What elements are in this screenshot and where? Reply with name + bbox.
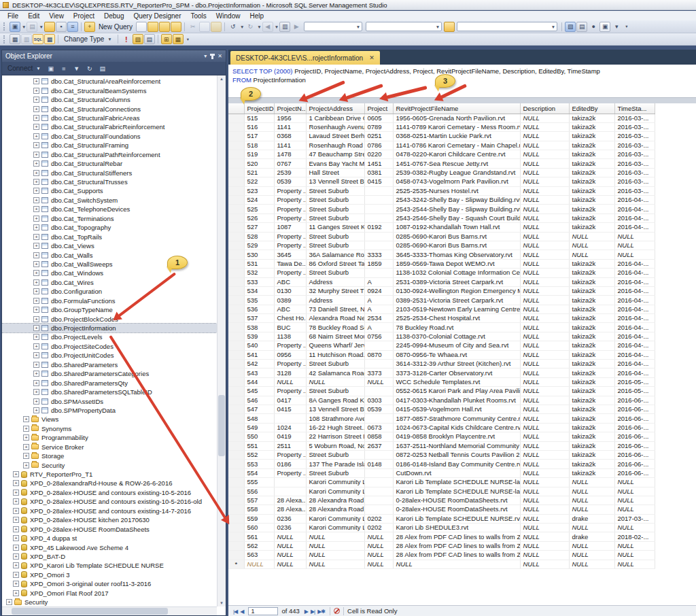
grid-cell[interactable]: 3333 xyxy=(364,250,393,259)
grid-cell[interactable]: NULL xyxy=(569,487,614,496)
row-selector[interactable] xyxy=(228,141,244,150)
row-selector[interactable] xyxy=(228,314,244,323)
grid-cell[interactable]: 2016-06-... xyxy=(614,396,655,405)
tree-item-dbo-cat-walls[interactable]: +dbo.Cat_Walls xyxy=(2,250,217,259)
grid-cell[interactable]: NULL xyxy=(520,432,569,441)
grid-cell[interactable]: 1138-0370-Colonial Cottage.rvt xyxy=(393,332,520,341)
grid-cell[interactable]: Street Suburb xyxy=(306,196,364,205)
expand-icon[interactable]: + xyxy=(13,471,19,477)
row-selector[interactable] xyxy=(228,250,244,259)
tree-item-dbo-cat-wires[interactable]: +dbo.Cat_Wires xyxy=(2,278,217,287)
grid-cell[interactable]: 1859 xyxy=(364,259,393,268)
grid-cell[interactable]: 2016-04-... xyxy=(614,196,655,205)
expand-icon[interactable]: + xyxy=(33,170,39,176)
column-header-projectid[interactable]: ProjectID xyxy=(244,103,274,114)
tree-item-dbo-cat-views[interactable]: +dbo.Cat_Views xyxy=(2,241,217,250)
row-selector[interactable] xyxy=(228,177,244,186)
grid-cell[interactable]: Street Suburb xyxy=(306,387,364,396)
grid-cell[interactable]: NULL xyxy=(520,441,569,450)
grid-cell[interactable]: 515 xyxy=(244,114,274,122)
grid-cell[interactable]: takiza2k xyxy=(569,150,614,159)
tree-item-dbo-formulafunctions[interactable]: +dbo.FormulaFunctions xyxy=(2,296,217,305)
grid-cell[interactable]: NULL xyxy=(364,541,393,550)
breakpoints-icon[interactable]: ● xyxy=(588,22,599,32)
save-icon[interactable]: ▪ xyxy=(56,22,67,32)
grid-cell[interactable]: takiza2k xyxy=(569,350,614,359)
grid-cell[interactable]: NULL xyxy=(569,241,614,250)
grid-cell[interactable]: 0192 xyxy=(364,223,393,232)
row-selector[interactable] xyxy=(228,360,244,369)
tree-item-dbo-spmpropertydata[interactable]: +dbo.SPMPropertyData xyxy=(2,406,217,415)
grid-cell[interactable]: 555 xyxy=(244,478,274,487)
grid-cell[interactable]: 2016-06-... xyxy=(614,441,655,450)
grid-cell[interactable]: 2016-03-... xyxy=(614,114,655,122)
grid-cell[interactable]: NULL xyxy=(520,524,569,532)
grid-cell[interactable] xyxy=(364,487,393,496)
grid-cell[interactable]: 2016-04-... xyxy=(614,269,655,277)
toolbar-dropdown-icon[interactable]: ▾ xyxy=(611,22,622,32)
grid-cell[interactable]: takiza2k xyxy=(569,159,614,168)
grid-cell[interactable]: NULL xyxy=(520,223,569,232)
output-icon[interactable]: ▣ xyxy=(599,22,610,32)
expand-icon[interactable]: + xyxy=(33,380,39,386)
grid-cell[interactable]: NULL xyxy=(274,541,306,550)
grid-cell[interactable]: 0202 xyxy=(364,524,393,532)
grid-cell[interactable]: NULL xyxy=(520,414,569,423)
grid-cell[interactable]: 36A Salamance Roa... xyxy=(306,250,364,259)
show-results-pane-icon[interactable]: ▦ xyxy=(44,34,55,44)
row-selector[interactable] xyxy=(228,350,244,359)
menu-item-window[interactable]: Window xyxy=(211,12,245,20)
grid-cell[interactable]: 1087 xyxy=(274,223,306,232)
grid-cell[interactable]: 546 xyxy=(244,396,274,405)
grid-cell[interactable] xyxy=(274,487,306,496)
grid-cell[interactable] xyxy=(364,186,393,195)
tree-item-dbo-cat-structuralareareinforcement[interactable]: +dbo.Cat_StructuralAreaReinforcement xyxy=(2,77,217,86)
row-selector[interactable] xyxy=(228,414,244,423)
grid-cell[interactable]: A xyxy=(364,296,393,305)
grid-cell[interactable]: 86 Oxford Street Tawa xyxy=(306,259,364,268)
grid-cell[interactable]: takiza2k xyxy=(569,286,614,295)
grid-cell[interactable]: 2016-04-... xyxy=(614,305,655,313)
grid-cell[interactable]: 2531-0389-Victoria Street Carpark.rvt xyxy=(393,277,520,286)
grid-cell[interactable]: 28 Alexandra Road... xyxy=(306,505,364,514)
grid-cell[interactable]: 2016-04-... xyxy=(614,296,655,305)
grid-cell[interactable]: Street Suburb xyxy=(306,186,364,195)
grid-cell[interactable]: 1141 xyxy=(274,141,306,150)
new-project-icon[interactable]: ▣ xyxy=(10,22,20,32)
grid-cell[interactable]: 0417-0303-Khandallah Plunket Rooms.rvt xyxy=(393,396,520,405)
tree-item-dbo-projectlevels[interactable]: +dbo.ProjectLevels xyxy=(2,332,217,341)
grid-cell[interactable]: takiza2k xyxy=(569,122,614,131)
grid-cell[interactable]: 2016-06-... xyxy=(614,432,655,441)
grid-cell[interactable]: 517 xyxy=(244,132,274,141)
database-engine-query-icon[interactable] xyxy=(136,22,147,32)
grid-cell[interactable]: takiza2k xyxy=(569,196,614,205)
grid-cell[interactable]: 2016-04-... xyxy=(614,259,655,268)
grid-cell[interactable]: NULL xyxy=(520,213,569,222)
tree-item-views[interactable]: +Views xyxy=(2,415,217,424)
grid-cell[interactable]: Street Suburb xyxy=(306,232,364,241)
grid-cell[interactable]: 2016-04-... xyxy=(614,350,655,359)
grid-cell[interactable]: 3614-3312-39 Arthur Street (Kitchen).rvt xyxy=(393,360,520,369)
grid-cell[interactable]: 0236 xyxy=(274,514,306,523)
expand-icon[interactable]: + xyxy=(33,243,39,249)
grid-cell[interactable]: 2016-03-... xyxy=(614,122,655,131)
grid-cell[interactable]: takiza2k xyxy=(569,369,614,377)
connect-button[interactable]: Connect▼ xyxy=(5,65,44,72)
expand-icon[interactable]: + xyxy=(33,334,39,340)
grid-cell[interactable]: 553 xyxy=(244,460,274,468)
menu-item-view[interactable]: View xyxy=(44,12,69,20)
script-icon[interactable]: ▤ xyxy=(97,63,108,73)
grid-cell[interactable]: 0870 xyxy=(364,350,393,359)
grid-cell[interactable] xyxy=(364,213,393,222)
grid-cell[interactable]: 0539 xyxy=(274,177,306,186)
tree-item-xpd-45-lakewood-ave-scheme-4[interactable]: +XPD_45 Lakewood Ave Scheme 4 xyxy=(2,543,217,551)
expand-icon[interactable]: + xyxy=(23,426,29,432)
tree-item-dbo-projectinformation[interactable]: +dbo.ProjectInformation xyxy=(2,324,217,332)
grid-cell[interactable]: 2245-0994-Museum of City and Sea.rvt xyxy=(393,341,520,350)
grid-cell[interactable]: 32 Murphy Street Th... xyxy=(306,286,364,295)
grid-cell[interactable] xyxy=(364,505,393,514)
previous-record-button[interactable]: ◀ xyxy=(240,609,243,615)
expand-icon[interactable]: + xyxy=(33,316,39,322)
grid-cell[interactable]: NULL xyxy=(520,396,569,405)
grid-cell[interactable]: NULL xyxy=(274,551,306,560)
